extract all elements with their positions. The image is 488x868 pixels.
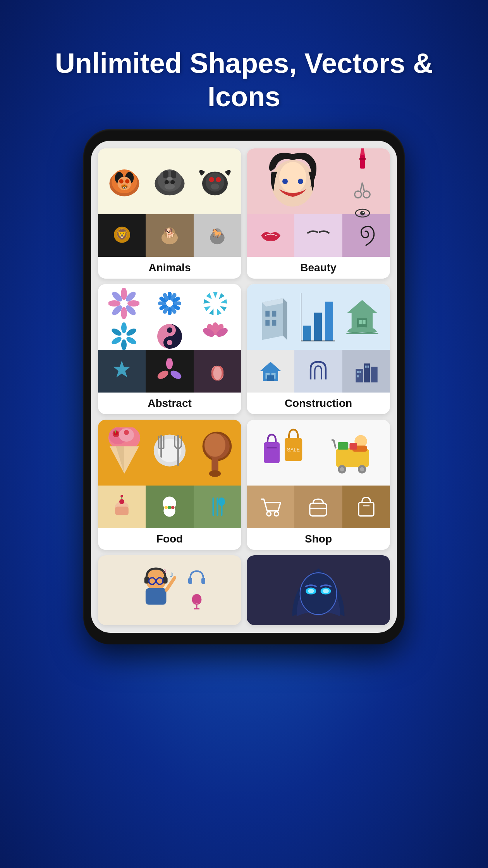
category-card-construction[interactable]: Construction: [247, 284, 390, 414]
phone-screen: 🐯: [91, 141, 397, 633]
svg-rect-97: [303, 326, 311, 341]
abstract-star-icon: [108, 321, 139, 352]
svg-marker-92: [283, 298, 287, 340]
chef-icon: [146, 486, 193, 528]
partial-card-music[interactable]: ♪ ♫: [98, 555, 241, 625]
svg-point-136: [209, 470, 220, 477]
food-label: Food: [98, 528, 241, 550]
food-top-images: [98, 420, 241, 486]
abstract-swirl2-icon: [146, 350, 193, 393]
brows-icon: [294, 214, 342, 257]
svg-text:♫: ♫: [162, 567, 167, 574]
handbag-icon: [294, 486, 342, 528]
svg-point-162: [360, 467, 364, 471]
category-card-animals[interactable]: 🐯: [98, 148, 241, 279]
svg-point-144: [165, 506, 168, 510]
svg-point-40: [363, 191, 370, 198]
svg-point-50: [121, 307, 127, 319]
abstract-leaf-icon: [194, 350, 241, 393]
category-card-abstract[interactable]: Abstract: [98, 284, 241, 414]
svg-point-161: [340, 467, 344, 471]
arch-icon: [294, 350, 342, 393]
svg-rect-110: [356, 369, 363, 382]
svg-text:🐕: 🐕: [164, 228, 175, 239]
microphone-icon: [187, 592, 206, 611]
svg-point-85: [169, 369, 182, 381]
construction-bottom-images: [247, 350, 390, 393]
svg-rect-36: [360, 155, 365, 169]
svg-point-69: [121, 322, 127, 333]
svg-rect-12: [163, 170, 168, 178]
beauty-label: Beauty: [247, 257, 390, 279]
svg-text:🐎: 🐎: [212, 228, 223, 239]
svg-rect-14: [167, 177, 172, 181]
svg-rect-154: [266, 447, 277, 448]
svg-rect-169: [310, 503, 326, 516]
svg-rect-152: [264, 442, 280, 463]
category-card-food[interactable]: Food: [98, 420, 241, 550]
svg-rect-165: [338, 442, 348, 450]
beauty-woman-icon: [264, 152, 326, 210]
svg-text:🦁: 🦁: [116, 229, 129, 241]
svg-point-86: [157, 369, 170, 381]
svg-point-17: [165, 183, 175, 189]
svg-point-6: [119, 179, 124, 183]
svg-point-7: [125, 179, 130, 183]
house-hands-icon: [341, 294, 383, 340]
svg-point-70: [125, 327, 137, 337]
svg-point-146: [171, 506, 175, 510]
phone-frame: 🐯: [83, 129, 405, 644]
building3d-icon: [253, 290, 296, 344]
eye-icon: [355, 207, 370, 219]
svg-point-73: [110, 336, 122, 346]
house-simple-icon: [247, 350, 294, 393]
svg-rect-184: [201, 578, 205, 584]
svg-point-35: [298, 179, 303, 184]
svg-point-192: [323, 589, 329, 593]
svg-line-157: [333, 440, 335, 448]
abstract-star2-icon: [98, 350, 146, 393]
chicken-leg-icon: [194, 427, 236, 478]
svg-point-141: [120, 495, 123, 498]
svg-rect-38: [359, 158, 366, 160]
svg-rect-183: [188, 578, 192, 584]
svg-point-71: [125, 336, 137, 346]
abstract-bottom-images: [98, 350, 241, 393]
partial-card-gaming[interactable]: [247, 555, 390, 625]
svg-rect-117: [368, 366, 369, 368]
abstract-lotus-icon: [200, 321, 231, 352]
category-grid: 🐯: [98, 148, 390, 550]
svg-point-44: [360, 211, 365, 215]
svg-point-45: [363, 212, 364, 213]
construction-top-images: [247, 284, 390, 350]
header-title-container: Unlimited Shapes, Vectors & Icons: [0, 23, 488, 114]
svg-rect-96: [272, 320, 276, 326]
svg-marker-37: [360, 148, 365, 155]
svg-point-84: [166, 358, 173, 369]
shopping-bag-icon: [342, 486, 390, 528]
svg-rect-109: [267, 375, 274, 381]
svg-rect-104: [359, 320, 362, 324]
category-card-shop[interactable]: SALE: [247, 420, 390, 550]
lips-icon: [247, 214, 294, 257]
beauty-bottom-images: [247, 214, 390, 257]
svg-point-145: [168, 506, 172, 510]
beauty-top-images: [247, 148, 390, 214]
svg-rect-93: [265, 311, 270, 317]
main-title: Unlimited Shapes, Vectors & Icons: [31, 46, 457, 114]
svg-marker-83: [113, 361, 130, 377]
svg-point-67: [166, 300, 174, 307]
cart-outline-icon: [247, 486, 294, 528]
svg-rect-99: [325, 301, 333, 341]
gaming-mask-icon: [284, 559, 353, 621]
hair-swirl-icon: [342, 214, 390, 257]
svg-point-39: [355, 191, 362, 198]
svg-point-33: [279, 162, 306, 193]
category-card-beauty[interactable]: Beauty: [247, 148, 390, 279]
svg-point-89: [213, 367, 222, 380]
svg-rect-105: [363, 320, 366, 324]
abstract-label: Abstract: [98, 393, 241, 414]
svg-point-68: [212, 300, 218, 307]
svg-rect-174: [146, 588, 167, 604]
horse-icon: 🐎: [194, 214, 241, 257]
